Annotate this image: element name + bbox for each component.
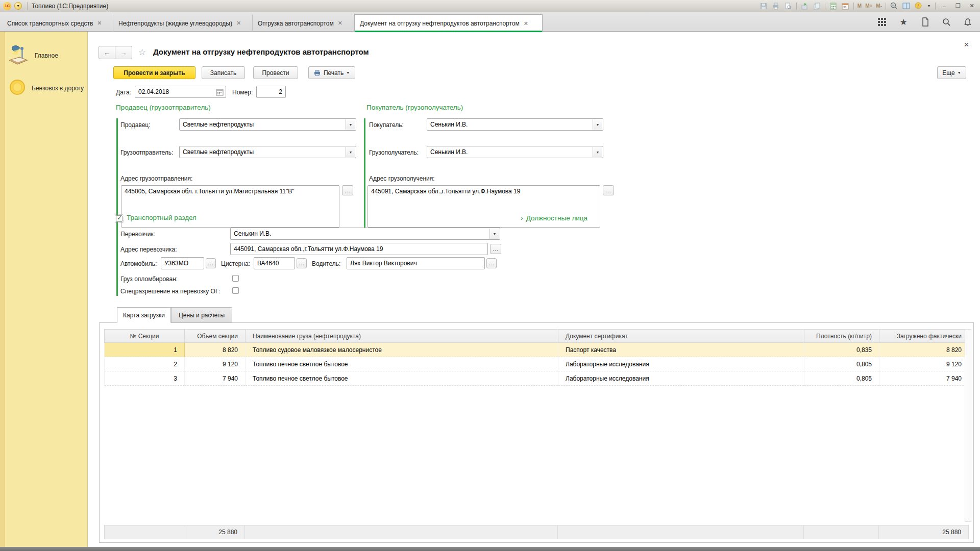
seller-label: Продавец: — [120, 121, 151, 129]
tank-ellipsis-button[interactable]: ... — [297, 258, 307, 268]
table-row[interactable]: 3 7 940 Топливо печное светлое бытовое Л… — [105, 371, 969, 386]
yellow-circle-icon — [9, 79, 26, 97]
vehicle-ellipsis-button[interactable]: ... — [206, 258, 216, 268]
tab-oil-products[interactable]: Нефтепродукты (жидкие углеводороды) ✕ — [113, 15, 253, 32]
split-view-icon[interactable] — [902, 2, 911, 10]
print-icon[interactable] — [772, 2, 780, 10]
col-volume[interactable]: Объем секции — [185, 330, 246, 343]
calendar-picker-icon[interactable] — [216, 88, 224, 97]
consignee-combo[interactable]: Сенькин И.В. ▼ — [427, 146, 603, 158]
minimize-button[interactable]: – — [939, 2, 949, 10]
tab-close-icon[interactable]: ✕ — [236, 20, 241, 27]
print-button[interactable]: Печать ▼ — [308, 66, 355, 79]
history-icon[interactable] — [920, 17, 930, 27]
export-icon[interactable] — [800, 2, 809, 10]
memory-add-button[interactable]: M+ — [865, 3, 872, 9]
sealed-checkbox[interactable] — [232, 275, 239, 282]
tab-close-icon[interactable]: ✕ — [338, 20, 342, 27]
nav-buttons: ← → — [99, 46, 132, 59]
ship-address-ellipsis-button[interactable]: ... — [342, 185, 353, 195]
col-cargo-name[interactable]: Наименование груза (нефтепродукта) — [246, 330, 558, 343]
footer-certificate-cell — [558, 525, 804, 539]
sealed-label: Груз опломбирован: — [120, 276, 178, 283]
officials-link[interactable]: ›Должностные лица — [521, 214, 587, 222]
carrier-address-ellipsis-button[interactable]: ... — [490, 244, 501, 254]
cargo-table[interactable]: № Секции Объем секции Наименование груза… — [104, 329, 969, 386]
footer-section-cell — [104, 525, 184, 539]
consignee-label: Грузополучатель: — [369, 149, 419, 156]
post-and-close-button[interactable]: Провести и закрыть — [113, 66, 195, 79]
memory-store-button[interactable]: M — [857, 3, 862, 9]
carrier-combo[interactable]: Сенькин И.В. ▼ — [230, 228, 500, 240]
memory-subtract-button[interactable]: M- — [876, 3, 882, 9]
write-button[interactable]: Записать — [202, 66, 245, 79]
driver-ellipsis-button[interactable]: ... — [486, 258, 497, 268]
zoom-icon[interactable] — [890, 2, 898, 10]
table-row[interactable]: 2 9 120 Топливо печное светлое бытовое Л… — [105, 357, 969, 371]
tank-input[interactable]: ВА4640 — [254, 257, 295, 269]
vehicle-input[interactable]: У363МО — [161, 257, 204, 269]
date-label: Дата: — [116, 89, 131, 96]
calculator-icon[interactable] — [829, 2, 838, 10]
col-section[interactable]: № Секции — [105, 330, 185, 343]
sidebar-item-main[interactable]: Главное — [6, 43, 58, 68]
all-functions-grid-icon[interactable] — [877, 17, 887, 27]
col-density[interactable]: Плотность (кг/литр) — [804, 330, 879, 343]
combo-dropdown-icon[interactable]: ▼ — [346, 147, 355, 157]
more-button[interactable]: Еще ▼ — [937, 66, 966, 79]
tab-shipment-by-truck[interactable]: Отгрузка автотранспортом ✕ — [253, 15, 354, 32]
shipper-combo[interactable]: Светлые нефтепродукты ▼ — [179, 146, 356, 158]
shipper-label: Грузоотправитель: — [120, 149, 173, 156]
date-input[interactable]: 02.04.2018 — [135, 86, 226, 98]
favorite-star-icon[interactable]: ☆ — [138, 47, 146, 58]
tab-close-icon[interactable]: ✕ — [524, 20, 528, 27]
table-scrollbar[interactable] — [965, 329, 971, 522]
tab-bar: Список транспортных средств ✕ Нефтепроду… — [0, 12, 980, 32]
combo-dropdown-icon[interactable]: ▼ — [593, 147, 602, 157]
table-footer-row: 25 880 25 880 — [104, 525, 969, 539]
close-document-icon[interactable]: ✕ — [964, 41, 969, 48]
table-row[interactable]: 1 8 820 Топливо судовое маловязкое малос… — [105, 343, 969, 357]
buyer-combo[interactable]: Сенькин И.В. ▼ — [427, 118, 603, 131]
forward-button[interactable]: → — [115, 46, 132, 59]
cargo-table-panel: № Секции Объем секции Наименование груза… — [99, 322, 974, 543]
app-window: 1С ▼ Топливо (1С:Предприятие) 31 M M+ — [0, 0, 980, 551]
tab-load-map[interactable]: Карта загрузки — [117, 307, 171, 323]
permit-checkbox[interactable] — [232, 287, 239, 294]
transport-section-checkbox[interactable] — [116, 215, 122, 222]
close-window-button[interactable]: ✕ — [967, 2, 977, 10]
tab-prices-calculations[interactable]: Цены и расчеты — [171, 307, 232, 323]
seller-combo[interactable]: Светлые нефтепродукты ▼ — [179, 118, 356, 131]
post-button[interactable]: Провести — [253, 66, 298, 79]
maximize-button[interactable]: ❐ — [953, 2, 963, 10]
window-title: Топливо (1С:Предприятие) — [32, 3, 108, 10]
carrier-address-input[interactable]: 445091, Самарская обл.,г.Тольятти ул.Ф.Н… — [230, 243, 488, 255]
favorites-star-icon[interactable]: ★ — [898, 17, 909, 27]
combo-dropdown-icon[interactable]: ▼ — [346, 119, 355, 130]
tab-vehicle-list[interactable]: Список транспортных средств ✕ — [2, 15, 113, 32]
carrier-address-label: Адрес перевозчика: — [120, 246, 177, 253]
sidebar-item-label: Главное — [35, 52, 58, 59]
info-icon[interactable]: i — [914, 2, 923, 10]
col-certificate[interactable]: Документ сертификат — [558, 330, 804, 343]
back-button[interactable]: ← — [99, 46, 115, 59]
calendar-icon[interactable]: 31 — [841, 2, 850, 10]
sidebar: Главное Бензовоз в дорогу — [0, 32, 88, 547]
sidebar-item-fuel-truck[interactable]: Бензовоз в дорогу — [6, 79, 84, 97]
driver-input[interactable]: Лях Виктор Викторович — [347, 257, 485, 269]
combo-dropdown-icon[interactable]: ▼ — [489, 229, 499, 239]
main-menu-button[interactable]: ▼ — [14, 2, 22, 10]
titlebar-separator — [935, 3, 936, 10]
notifications-bell-icon[interactable] — [963, 17, 973, 27]
print-preview-icon[interactable] — [784, 2, 793, 10]
copy-page-icon[interactable] — [813, 2, 821, 10]
receive-address-ellipsis-button[interactable]: ... — [603, 185, 614, 195]
info-dropdown-icon[interactable]: ▼ — [926, 2, 932, 10]
combo-dropdown-icon[interactable]: ▼ — [593, 119, 602, 130]
save-icon[interactable] — [760, 2, 768, 10]
search-icon[interactable] — [941, 17, 951, 27]
tab-close-icon[interactable]: ✕ — [97, 20, 102, 27]
tab-shipment-document[interactable]: Документ на отгрузку нефтепродуктов авто… — [354, 14, 543, 32]
col-loaded[interactable]: Загружено фактически — [879, 330, 969, 343]
number-input[interactable]: 2 — [256, 86, 286, 98]
